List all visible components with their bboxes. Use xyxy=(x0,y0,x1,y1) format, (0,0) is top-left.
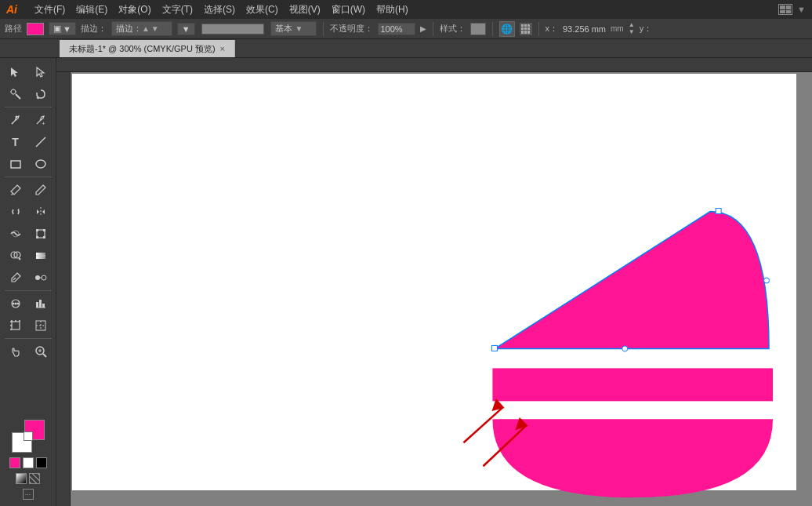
svg-point-28 xyxy=(42,275,46,280)
white-color-box[interactable] xyxy=(23,457,34,468)
workspace-dropdown[interactable]: ▼ xyxy=(797,5,806,14)
menu-select[interactable]: 选择(S) xyxy=(199,2,240,18)
ruler-vertical xyxy=(56,72,71,506)
ellipse-tool[interactable] xyxy=(28,153,53,175)
rect-tool[interactable] xyxy=(3,153,28,175)
tool-row-10 xyxy=(0,267,56,289)
tool-row-4: T xyxy=(0,131,56,153)
tool-row-9 xyxy=(0,245,56,267)
tool-row-5 xyxy=(0,153,56,175)
magic-wand-tool[interactable] xyxy=(3,83,28,105)
symbol-tool[interactable] xyxy=(3,293,28,315)
main-area: + T xyxy=(0,58,812,506)
gradient-swatch[interactable] xyxy=(16,473,27,484)
stroke-options-btn[interactable]: ▣ ▼ xyxy=(49,22,76,35)
svg-point-32 xyxy=(14,303,16,305)
svg-rect-17 xyxy=(36,229,38,231)
opacity-label: 不透明度： xyxy=(330,23,373,35)
document-tab[interactable]: 未标题-1* @ 300% (CMYK/GPU 预览) × xyxy=(60,40,235,57)
svg-point-11 xyxy=(36,160,45,168)
none-color-box[interactable] xyxy=(9,457,20,468)
more-options-btn[interactable]: ··· xyxy=(23,489,34,500)
svg-line-9 xyxy=(36,137,45,147)
pencil-tool[interactable] xyxy=(28,179,53,201)
menu-type[interactable]: 文字(T) xyxy=(158,2,198,18)
menu-window[interactable]: 窗口(W) xyxy=(327,2,370,18)
type-tool[interactable]: T xyxy=(3,131,28,153)
globe-icon[interactable]: 🌐 xyxy=(499,21,515,37)
tool-row-8 xyxy=(0,223,56,245)
svg-rect-35 xyxy=(39,300,42,308)
direct-select-tool[interactable] xyxy=(28,61,53,83)
tool-row-3: + xyxy=(0,109,56,131)
reflect-tool[interactable] xyxy=(28,201,53,223)
select-tool[interactable] xyxy=(3,61,28,83)
none-swatch[interactable] xyxy=(29,473,40,484)
stroke-width-dropdown[interactable]: 描边： ▲ ▼ xyxy=(111,21,172,36)
svg-rect-34 xyxy=(36,302,38,308)
menu-view[interactable]: 视图(V) xyxy=(285,2,325,18)
svg-line-23 xyxy=(19,258,20,260)
svg-point-31 xyxy=(12,303,14,305)
menu-file[interactable]: 文件(F) xyxy=(30,2,70,18)
stroke-color-box[interactable] xyxy=(27,23,44,35)
menu-edit[interactable]: 编辑(E) xyxy=(71,2,112,18)
tool-sep-1 xyxy=(5,107,52,107)
tool-row-13 xyxy=(0,340,56,362)
tool-row-6 xyxy=(0,179,56,201)
tabbar: 未标题-1* @ 300% (CMYK/GPU 预览) × xyxy=(0,39,812,58)
artboard-tool[interactable] xyxy=(3,315,28,337)
opacity-arrow[interactable]: ▶ xyxy=(420,24,426,33)
menu-object[interactable]: 对象(O) xyxy=(114,2,155,18)
canvas-area[interactable]: // Generated in SVG inline xyxy=(56,58,812,506)
titlebar: Ai 文件(F) 编辑(E) 对象(O) 文字(T) 选择(S) 效果(C) 视… xyxy=(0,0,812,19)
stroke-icon: ▣ xyxy=(53,24,61,34)
svg-line-26 xyxy=(13,278,16,280)
opacity-input[interactable] xyxy=(378,23,415,35)
rotate-tool[interactable] xyxy=(3,201,28,223)
shape-builder-tool[interactable] xyxy=(3,245,28,267)
svg-text:+: + xyxy=(42,120,45,126)
grid-view-icon[interactable] xyxy=(520,23,532,35)
ruler-horizontal: // Generated in SVG inline xyxy=(56,58,812,72)
stroke-dropdown2-btn[interactable]: ▼ xyxy=(177,23,195,35)
blend-tool[interactable] xyxy=(28,267,53,289)
menu-effect[interactable]: 效果(C) xyxy=(241,2,283,18)
gradient-tool[interactable] xyxy=(28,245,53,267)
free-transform-tool[interactable] xyxy=(28,223,53,245)
tool-sep-4 xyxy=(5,338,52,339)
add-anchor-tool[interactable]: + xyxy=(28,109,53,131)
tool-row-11 xyxy=(0,293,56,315)
graph-tool[interactable] xyxy=(28,293,53,315)
stroke-dropdown-arrow: ▼ xyxy=(63,24,71,34)
color-area: ··· xyxy=(6,417,50,503)
svg-point-7 xyxy=(15,116,17,118)
style-preview[interactable] xyxy=(470,23,486,35)
x-label: x： xyxy=(546,23,559,35)
type-icon: T xyxy=(12,136,19,148)
svg-marker-14 xyxy=(42,209,45,214)
black-color-box[interactable] xyxy=(36,457,47,468)
basic-dropdown[interactable]: 基本 ▼ xyxy=(270,21,317,36)
menu-help[interactable]: 帮助(H) xyxy=(372,2,413,18)
svg-line-0 xyxy=(16,94,20,99)
svg-rect-20 xyxy=(43,236,45,238)
x-stepper[interactable]: ▲ ▼ xyxy=(629,22,635,35)
workspace-switcher-icon[interactable] xyxy=(778,4,792,15)
eyedropper-tool[interactable] xyxy=(3,267,28,289)
line-tool[interactable] xyxy=(28,131,53,153)
warp-tool[interactable] xyxy=(3,223,28,245)
pen-tool[interactable] xyxy=(3,109,28,131)
tab-close-btn[interactable]: × xyxy=(220,44,225,53)
svg-rect-10 xyxy=(11,161,20,168)
zoom-tool[interactable] xyxy=(28,340,53,362)
y-label: y： xyxy=(640,23,653,35)
app-logo: Ai xyxy=(6,3,17,16)
tool-row-7 xyxy=(0,201,56,223)
svg-rect-38 xyxy=(12,322,20,329)
tool-row-12 xyxy=(0,315,56,337)
lasso-tool[interactable] xyxy=(28,83,53,105)
hand-tool[interactable] xyxy=(3,340,28,362)
slice-tool[interactable] xyxy=(28,315,53,337)
paintbrush-tool[interactable] xyxy=(3,179,28,201)
